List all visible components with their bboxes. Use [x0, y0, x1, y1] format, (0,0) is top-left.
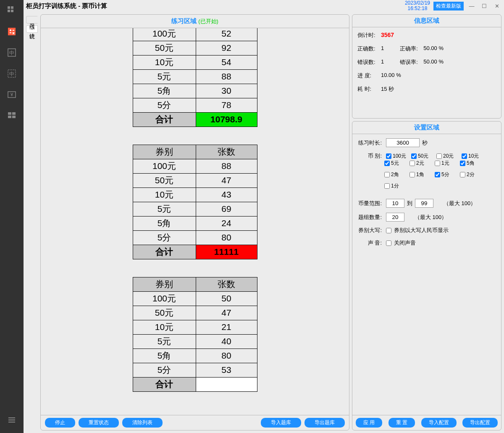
count-cell: 80 — [196, 230, 257, 245]
countdown-value: 3567 — [381, 32, 394, 39]
denom-checkbox-2元[interactable]: 2元 — [410, 160, 435, 167]
close-button[interactable]: ✕ — [492, 2, 501, 10]
correct-count: 1 — [381, 45, 384, 53]
denom-checkbox-50元[interactable]: 50元 — [411, 153, 436, 160]
svg-rect-13 — [8, 116, 11, 118]
range-to-input[interactable] — [415, 199, 433, 208]
svg-rect-0 — [8, 6, 10, 9]
rail-dash-icon[interactable] — [5, 109, 18, 122]
count-cell: 43 — [196, 187, 257, 202]
minimize-button[interactable]: — — [467, 2, 476, 10]
svg-text:¥: ¥ — [10, 92, 13, 97]
check-update-button[interactable]: 检查最新版 — [433, 2, 464, 11]
wrong-rate: 50.00 % — [423, 58, 444, 66]
sound-cb-label: 关闭声音 — [394, 239, 416, 247]
denom-cell: 5元 — [133, 334, 196, 349]
range-from-input[interactable] — [386, 199, 404, 208]
practice-title: 练习区域 (已开始) — [41, 15, 349, 28]
denom-cell: 5角 — [133, 349, 196, 363]
denom-cell: 10元 — [133, 187, 196, 202]
count-cell: 53 — [196, 363, 257, 377]
correct-rate: 50.00 % — [423, 45, 444, 53]
denom-cell: 5分 — [133, 230, 196, 245]
import-bank-button[interactable]: 导入题库 — [261, 418, 301, 428]
correct-rate-label: 正确率: — [400, 45, 423, 53]
svg-rect-14 — [12, 116, 16, 118]
rail-yen-icon[interactable]: ¥ — [5, 88, 18, 101]
count-cell: 88 — [196, 69, 257, 84]
practice-scroll[interactable]: 100元5250元9210元545元885角305分78合计10798.9券别张… — [41, 28, 349, 415]
clear-list-button[interactable]: 清除列表 — [122, 418, 163, 428]
stop-button[interactable]: 停止 — [45, 418, 75, 428]
apply-button[interactable]: 应 用 — [356, 418, 382, 428]
denom-cell: 10元 — [133, 55, 196, 69]
duration-input[interactable] — [386, 138, 420, 147]
total-label: 合计 — [133, 245, 196, 259]
total-label: 合计 — [133, 377, 196, 391]
elapsed-value: 15 秒 — [381, 85, 394, 93]
export-bank-button[interactable]: 导出题库 — [304, 418, 345, 428]
datetime: 2023/02/19 16:52:18 — [405, 0, 430, 11]
practice-footer: 停止 重置状态 清除列表 导入题库 导出题库 — [41, 415, 349, 430]
denom-checkbox-100元[interactable]: 100元 — [386, 153, 411, 160]
wrong-count: 1 — [381, 58, 384, 66]
svg-rect-2 — [8, 10, 10, 12]
svg-rect-4 — [8, 28, 16, 35]
count-cell: 92 — [196, 41, 257, 55]
denom-checkbox-5元[interactable]: 5元 — [384, 160, 410, 167]
total-value[interactable]: 10798.9 — [196, 112, 257, 127]
denom-checkbox-5角[interactable]: 5角 — [460, 160, 485, 167]
col-count: 张数 — [196, 145, 257, 159]
denom-checkbox-1角[interactable]: 1角 — [410, 171, 435, 178]
reset-state-button[interactable]: 重置状态 — [79, 418, 119, 428]
count-cell: 54 — [196, 55, 257, 69]
rail-menu-icon[interactable] — [5, 414, 18, 426]
settings-title: 设置区域 — [352, 121, 501, 134]
denom-checkbox-2角[interactable]: 2角 — [384, 171, 410, 178]
tab-practice[interactable]: 练习 — [26, 16, 38, 24]
window-title: 柜员打字训练系统 - 票币计算 — [26, 2, 107, 10]
col-count: 张数 — [196, 277, 257, 291]
rail-calc-icon[interactable] — [5, 25, 18, 38]
denom-cell: 5分 — [133, 98, 196, 112]
correct-count-label: 正确数: — [357, 45, 381, 53]
denom-cell: 5角 — [133, 84, 196, 98]
denom-checkbox-1分[interactable]: 1分 — [384, 182, 410, 190]
denom-cell: 50元 — [133, 41, 196, 55]
svg-rect-3 — [11, 10, 13, 12]
countdown-label: 倒计时: — [357, 32, 381, 39]
svg-rect-12 — [12, 112, 16, 115]
import-config-button[interactable]: 导入配置 — [421, 418, 457, 428]
rail-grid-icon[interactable] — [5, 4, 18, 17]
count-cell: 69 — [196, 202, 257, 216]
denom-cell: 50元 — [133, 306, 196, 320]
upper-checkbox[interactable] — [386, 228, 391, 233]
practice-table: 100元5250元9210元545元885角305分78合计10798.9 — [133, 28, 257, 127]
upper-label: 券别大写: — [357, 227, 382, 234]
denom-checkbox-10元[interactable]: 10元 — [462, 153, 487, 160]
denom-checkbox-20元[interactable]: 20元 — [436, 153, 462, 160]
reset-button[interactable]: 重 置 — [388, 418, 415, 428]
count-cell: 52 — [196, 28, 257, 41]
total-value[interactable]: 11111 — [196, 245, 257, 259]
denom-checkbox-2分[interactable]: 2分 — [460, 171, 485, 178]
denom-cell: 5分 — [133, 363, 196, 377]
progress-value: 10.00 % — [381, 72, 401, 79]
maximize-button[interactable]: ☐ — [480, 2, 489, 10]
denom-checkbox-1元[interactable]: 1元 — [435, 160, 460, 167]
total-value[interactable] — [196, 377, 257, 391]
titlebar: 柜员打字训练系统 - 票币计算 2023/02/19 16:52:18 检查最新… — [24, 0, 504, 12]
group-count-input[interactable] — [386, 213, 404, 222]
count-cell: 30 — [196, 84, 257, 98]
svg-text:中: 中 — [9, 71, 14, 77]
tab-stats[interactable]: 统计 — [26, 25, 38, 33]
sound-checkbox[interactable] — [386, 240, 391, 246]
export-config-button[interactable]: 导出配置 — [462, 418, 498, 428]
count-cell: 88 — [196, 159, 257, 173]
denom-checkbox-5分[interactable]: 5分 — [435, 171, 460, 178]
col-denom: 券别 — [133, 277, 196, 291]
rail-zh1-icon[interactable]: 中 — [5, 46, 18, 59]
rail-zh2-icon[interactable]: 中 — [5, 67, 18, 80]
total-label: 合计 — [133, 112, 196, 127]
col-denom: 券别 — [133, 145, 196, 159]
